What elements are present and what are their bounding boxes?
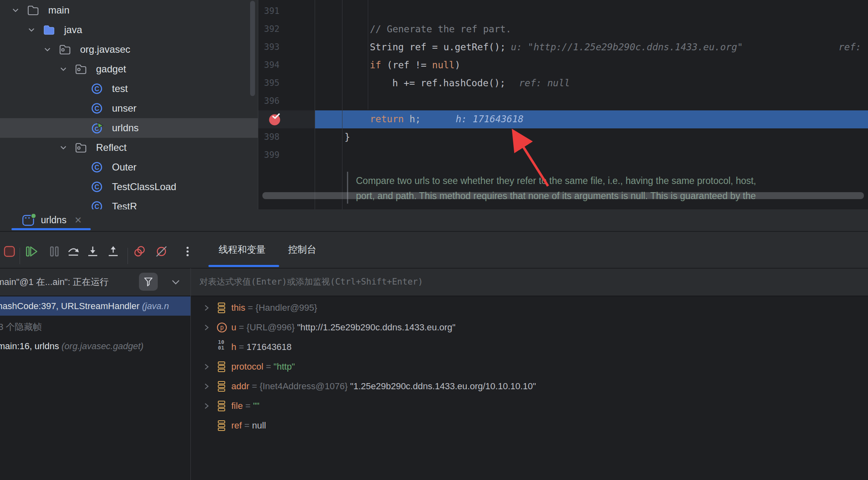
frames-pane: hashCode:397, URLStreamHandler (java.n 3… xyxy=(0,296,190,480)
gutter-line xyxy=(315,0,315,209)
breakpoint-icon[interactable] xyxy=(268,112,283,126)
horizontal-scrollbar[interactable] xyxy=(262,192,864,199)
tab-threads-variables[interactable]: 线程和变量 xyxy=(219,231,266,268)
tree-item-outer[interactable]: C Outer xyxy=(0,157,258,177)
mute-breakpoints-button[interactable] xyxy=(155,245,168,258)
tree-item-label: java xyxy=(64,24,82,36)
tree-item-gadget[interactable]: gadget xyxy=(0,59,258,79)
object-icon xyxy=(217,381,226,392)
step-over-button[interactable] xyxy=(67,245,79,258)
tree-scrollbar[interactable] xyxy=(250,1,255,96)
object-icon xyxy=(217,400,226,412)
step-out-button[interactable] xyxy=(107,245,119,258)
filter-button[interactable] xyxy=(139,273,158,291)
svg-text:C: C xyxy=(94,164,99,171)
parameter-icon: p xyxy=(217,322,227,333)
variable-row-addr[interactable]: addr = {Inet4Address@1076} "1.25e29b290c… xyxy=(190,377,868,396)
tree-item-label: main xyxy=(48,4,69,16)
funnel-icon xyxy=(143,276,154,287)
stop-button[interactable] xyxy=(3,245,16,258)
pause-button[interactable] xyxy=(48,245,60,258)
primitive-icon: 1001 xyxy=(215,339,227,351)
code-editor[interactable]: 391 392 393 394 395 396 398 399 // Gener… xyxy=(258,0,868,209)
frame-row-main[interactable]: main:16, urldns (org.javasec.gadget) xyxy=(0,336,190,356)
variable-row-protocol[interactable]: protocol = "http" xyxy=(190,357,868,377)
chevron-right-icon[interactable] xyxy=(203,382,211,390)
variable-row-u[interactable]: p u = {URL@996} "http://1.25e29b290c.ddn… xyxy=(190,318,868,337)
class-icon: C xyxy=(91,181,103,193)
more-options-icon[interactable] xyxy=(181,245,194,258)
tree-item-test[interactable]: C test xyxy=(0,79,258,99)
svg-text:C: C xyxy=(94,184,99,191)
variable-row-this[interactable]: this = {Handler@995} xyxy=(190,298,868,318)
chevron-down-icon[interactable] xyxy=(59,65,67,73)
line-number: 395 xyxy=(258,74,280,92)
code-line-395: h += ref.hashCode(); xyxy=(392,74,506,92)
step-into-button[interactable] xyxy=(87,245,99,258)
tree-item-testr[interactable]: C TestR xyxy=(0,197,258,209)
frame-method: hashCode:397, URLStreamHandler xyxy=(0,301,142,312)
variable-row-file[interactable]: file = "" xyxy=(190,396,868,416)
thread-selector[interactable]: main"@1 在...ain": 正在运行 xyxy=(0,268,109,296)
code-line-393: String ref = u.getRef(); xyxy=(370,38,506,56)
frame-package: (java.n xyxy=(142,301,169,312)
tab-console[interactable]: 控制台 xyxy=(288,231,316,268)
chevron-down-icon[interactable] xyxy=(43,45,51,54)
tree-item-label: Reflect xyxy=(96,142,127,153)
tree-item-main[interactable]: main xyxy=(0,0,258,20)
debug-tool-window: urldns ✕ 线程和变量 控制台 main"@1 在...ain": 正在运… xyxy=(0,209,868,480)
tree-item-reflect[interactable]: Reflect xyxy=(0,138,258,157)
package-icon xyxy=(75,63,87,75)
variables-pane: this = {Handler@995} p u = {URL@996} "ht… xyxy=(190,296,868,480)
project-tree: main java org.javasec gadget C test C un… xyxy=(0,0,258,209)
svg-text:C: C xyxy=(94,85,99,92)
chevron-right-icon[interactable] xyxy=(203,402,211,410)
chevron-down-icon[interactable] xyxy=(11,6,20,14)
tree-item-label: TestClassLoad xyxy=(112,181,176,193)
chevron-right-icon[interactable] xyxy=(203,363,211,371)
code-line-398: } xyxy=(345,128,350,146)
tree-item-label: gadget xyxy=(96,63,126,75)
resume-button[interactable] xyxy=(25,245,38,258)
view-breakpoints-button[interactable] xyxy=(133,245,145,258)
object-icon xyxy=(217,361,226,372)
chevron-down-icon[interactable] xyxy=(27,26,36,34)
chevron-down-icon[interactable] xyxy=(59,144,67,152)
variable-row-ref[interactable]: ref = null xyxy=(190,416,868,435)
debug-header xyxy=(0,209,868,296)
svg-text:C: C xyxy=(94,203,99,209)
variable-row-h[interactable]: 1001 h = 171643618 xyxy=(190,337,868,357)
line-number: 393 xyxy=(258,38,280,56)
active-session-underline xyxy=(11,228,91,230)
class-icon: C xyxy=(91,161,103,173)
frame-row-hashcode[interactable]: hashCode:397, URLStreamHandler (java.n xyxy=(0,296,190,316)
package-icon xyxy=(75,141,87,154)
class-icon: C xyxy=(91,200,103,209)
line-number: 399 xyxy=(258,146,280,164)
chevron-down-icon[interactable] xyxy=(171,278,181,286)
runnable-class-icon: C xyxy=(91,122,105,134)
hidden-frames-label: 3 个隐藏帧 xyxy=(0,321,42,333)
tree-item-label: TestR xyxy=(112,201,137,209)
tree-item-urldns[interactable]: C urldns xyxy=(0,118,258,138)
line-number: 398 xyxy=(258,128,280,146)
tree-item-java[interactable]: java xyxy=(0,20,258,40)
class-icon: C xyxy=(91,102,103,114)
svg-text:C: C xyxy=(94,105,99,112)
frame-row-hidden[interactable]: 3 个隐藏帧 xyxy=(0,317,190,336)
tree-item-org-javasec[interactable]: org.javasec xyxy=(0,40,258,59)
tree-item-label: org.javasec xyxy=(80,44,130,55)
tree-item-unser[interactable]: C unser xyxy=(0,99,258,118)
javadoc-line: Compare two urls to see whether they ref… xyxy=(356,173,756,188)
chevron-right-icon[interactable] xyxy=(203,323,211,332)
line-number: 396 xyxy=(258,92,280,110)
inline-debug-hint-h: h: 171643618 xyxy=(456,110,523,128)
source-folder-icon xyxy=(43,24,55,36)
watch-input[interactable]: 对表达式求值(Enter)或添加监视(Ctrl+Shift+Enter) xyxy=(199,268,423,296)
tree-item-testclassload[interactable]: C TestClassLoad xyxy=(0,177,258,197)
code-line-394: if (ref != null) xyxy=(370,56,461,74)
folder-icon xyxy=(27,4,39,16)
tree-item-label: Outer xyxy=(112,161,136,173)
inline-debug-hint-ref: ref: xyxy=(839,38,861,56)
chevron-right-icon[interactable] xyxy=(203,304,211,312)
